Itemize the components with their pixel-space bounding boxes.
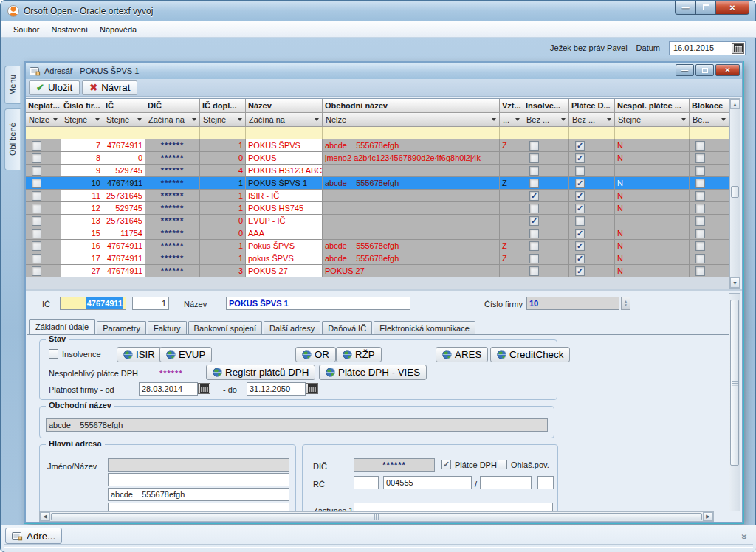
search-input-neplatne[interactable] bbox=[26, 127, 61, 139]
checkbox-insolvence[interactable] bbox=[529, 204, 539, 213]
checkbox-platce-dph[interactable] bbox=[575, 254, 585, 263]
creditcheck-button[interactable]: CreditCheck bbox=[490, 347, 570, 362]
checkbox-neplatne[interactable] bbox=[32, 166, 41, 176]
checkbox-blokace[interactable] bbox=[695, 241, 705, 251]
hscroll-thumb[interactable] bbox=[51, 513, 702, 520]
checkbox-platce-dph[interactable] bbox=[575, 179, 585, 188]
checkbox-neplatne[interactable] bbox=[32, 229, 41, 238]
tab-dal-adresy[interactable]: Další adresy bbox=[264, 321, 320, 334]
checkbox-neplatne[interactable] bbox=[32, 266, 41, 276]
close-button[interactable]: ✕ bbox=[716, 1, 749, 15]
checkbox-platce-dph[interactable] bbox=[575, 166, 585, 176]
checkbox-platce-dph[interactable] bbox=[575, 191, 585, 201]
platnost-do-field[interactable]: 31.12.2050 bbox=[247, 382, 306, 396]
checkbox-platce-dph[interactable] bbox=[575, 141, 585, 151]
rc-field-3[interactable] bbox=[480, 476, 532, 489]
platnost-od-calendar-button[interactable] bbox=[198, 383, 210, 394]
menu-item-1[interactable]: Nastavení bbox=[45, 24, 94, 35]
tab-zakladni-udaje[interactable]: Základní údaje bbox=[29, 319, 95, 334]
jmeno-field-3[interactable]: abcde 555678efgh bbox=[108, 488, 289, 501]
checkbox-insolvence[interactable] bbox=[529, 229, 539, 238]
table-row[interactable]: 2747674911******3POKUS 27POKUS 27N bbox=[26, 265, 740, 277]
ares-button[interactable]: ARES bbox=[436, 347, 488, 362]
filter-dropdown-neplatne[interactable]: Nelze bbox=[26, 113, 61, 127]
checkbox-blokace[interactable] bbox=[695, 254, 705, 263]
checkbox-neplatne[interactable] bbox=[32, 216, 41, 226]
search-input-ic-doplnek[interactable] bbox=[200, 127, 246, 139]
column-header-vztah[interactable]: Vzt... bbox=[500, 99, 523, 113]
spinner-buttons[interactable]: ▲▼ bbox=[621, 297, 630, 310]
grid-scroll-thumb[interactable] bbox=[731, 186, 739, 198]
search-input-blokace[interactable] bbox=[690, 127, 729, 139]
column-header-obchodni-nazev[interactable]: Obchodní název bbox=[323, 99, 500, 113]
maximize-button[interactable] bbox=[696, 1, 716, 15]
jmeno-field-4[interactable] bbox=[108, 503, 289, 511]
hscroll-right[interactable]: ▶ bbox=[703, 512, 713, 521]
filter-dropdown-dic[interactable]: Začíná na bbox=[145, 113, 200, 127]
rc-field-4[interactable] bbox=[537, 476, 554, 489]
detail-hscrollbar[interactable]: ◀ ▶ bbox=[39, 511, 714, 522]
column-header-platce-dph[interactable]: Plátce D... bbox=[569, 99, 615, 113]
tab-da-ov-i-[interactable]: Daňová IČ bbox=[322, 321, 372, 334]
filter-dropdown-ic[interactable]: Stejné bbox=[103, 113, 145, 127]
detail-vscroll-thumb[interactable] bbox=[730, 300, 739, 466]
grid-scroll-down[interactable]: ▼ bbox=[730, 277, 740, 288]
checkbox-insolvence[interactable] bbox=[529, 179, 539, 188]
table-row[interactable]: 1047674911******1POKUS ŠPVS 1abcde 55567… bbox=[26, 177, 740, 190]
column-header-nazev[interactable]: Název bbox=[246, 99, 323, 113]
checkbox-blokace[interactable] bbox=[695, 141, 705, 151]
ic-field[interactable]: 47674911 bbox=[60, 297, 126, 310]
rzp-button[interactable]: RŽP bbox=[336, 347, 382, 362]
search-input-obchodni-nazev[interactable] bbox=[323, 127, 500, 139]
menu-item-2[interactable]: Nápověda bbox=[94, 24, 142, 35]
save-button[interactable]: ✔ Uložit bbox=[29, 80, 80, 95]
insolvence-checkbox[interactable] bbox=[49, 349, 58, 359]
search-input-ic[interactable] bbox=[103, 127, 145, 139]
grid-vscrollbar[interactable]: ▲ ▼ bbox=[729, 98, 740, 289]
tab-bankovn-spojen-[interactable]: Bankovní spojení bbox=[188, 321, 262, 334]
isir-button[interactable]: ISIR bbox=[117, 347, 162, 362]
rc-field-1[interactable] bbox=[354, 476, 379, 489]
checkbox-blokace[interactable] bbox=[695, 191, 705, 201]
ohlas-pov-checkbox[interactable] bbox=[498, 460, 507, 469]
checkbox-blokace[interactable] bbox=[695, 179, 705, 188]
filter-dropdown-nespol-platce[interactable]: Stejné bbox=[615, 113, 690, 127]
checkbox-neplatne[interactable] bbox=[32, 241, 41, 251]
evup-button[interactable]: EVUP bbox=[159, 347, 212, 362]
checkbox-platce-dph[interactable] bbox=[575, 216, 585, 226]
jmeno-field-2[interactable] bbox=[108, 473, 289, 486]
tab-parametry[interactable]: Parametry bbox=[97, 321, 146, 334]
sidebar-tab-1[interactable]: Oblíbené bbox=[4, 108, 21, 170]
checkbox-neplatne[interactable] bbox=[32, 254, 41, 263]
checkbox-insolvence[interactable] bbox=[529, 166, 539, 176]
zastupce-field[interactable] bbox=[354, 503, 553, 511]
grid-scroll-up[interactable]: ▲ bbox=[730, 99, 740, 109]
filter-dropdown-obchodni-nazev[interactable]: Nelze bbox=[323, 113, 500, 127]
table-row[interactable]: 1511754******0AAAN bbox=[26, 227, 740, 240]
checkbox-platce-dph[interactable] bbox=[575, 153, 585, 163]
calendar-button[interactable] bbox=[732, 43, 744, 54]
checkbox-platce-dph[interactable] bbox=[575, 204, 585, 213]
table-row[interactable]: 9529745******4POKUS HS123 ABC bbox=[26, 165, 740, 177]
tab-elektronick-komunikace[interactable]: Elektronická komunikace bbox=[374, 321, 475, 334]
filter-dropdown-ic-doplnek[interactable]: Stejné bbox=[200, 113, 246, 127]
child-maximize-button[interactable] bbox=[695, 64, 714, 76]
rc-field-2[interactable]: 004555 bbox=[383, 476, 472, 489]
detail-vscrollbar[interactable] bbox=[729, 293, 740, 511]
tab-faktury[interactable]: Faktury bbox=[148, 321, 187, 334]
date-input[interactable]: 16.01.2015 bbox=[669, 41, 746, 55]
column-header-neplatne[interactable]: Neplat... bbox=[26, 99, 61, 113]
filter-dropdown-insolvence[interactable]: Bez ... bbox=[523, 113, 569, 127]
chevron-double-down-icon[interactable]: » bbox=[738, 534, 751, 538]
column-header-ic-doplnek[interactable]: IČ dopl... bbox=[200, 99, 246, 113]
checkbox-insolvence[interactable] bbox=[529, 241, 539, 251]
search-input-vztah[interactable] bbox=[500, 127, 523, 139]
checkbox-neplatne[interactable] bbox=[32, 191, 41, 201]
checkbox-blokace[interactable] bbox=[695, 166, 705, 176]
sidebar-tab-0[interactable]: Menu bbox=[4, 66, 21, 104]
filter-dropdown-blokace[interactable]: Be... bbox=[690, 113, 729, 127]
search-input-platce-dph[interactable] bbox=[569, 127, 615, 139]
filter-dropdown-vztah[interactable]: ... bbox=[500, 113, 523, 127]
search-input-insolvence[interactable] bbox=[523, 127, 569, 139]
child-minimize-button[interactable]: — bbox=[676, 64, 694, 76]
